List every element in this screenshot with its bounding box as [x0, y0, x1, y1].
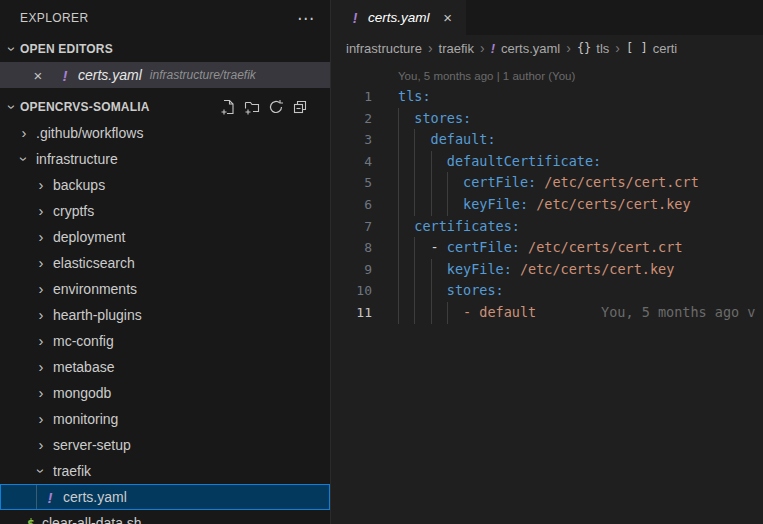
- code-token: /etc/certs/cert.crt: [544, 174, 698, 190]
- tree-item-label: .github/workflows: [36, 125, 143, 141]
- code-line-10[interactable]: 10 stores:: [331, 280, 763, 302]
- breadcrumb-label: tls: [596, 41, 609, 56]
- code-line-8[interactable]: 8 - certFile: /etc/certs/cert.crt: [331, 237, 763, 259]
- chevron-right-icon: ›: [428, 40, 433, 56]
- code-line-4[interactable]: 4 defaultCertificate:: [331, 151, 763, 173]
- code-line-7[interactable]: 7 certificates:: [331, 216, 763, 238]
- tree-item-label: clear-all-data.sh: [42, 515, 142, 524]
- chevron-right-icon[interactable]: ›: [33, 307, 49, 323]
- code-token: certificates:: [414, 218, 520, 234]
- chevron-right-icon[interactable]: ›: [33, 411, 49, 427]
- tree-item-label: environments: [53, 281, 137, 297]
- tab-certs-yaml[interactable]: ! certs.yaml ×: [331, 0, 466, 35]
- tree-item-label: infrastructure: [36, 151, 118, 167]
- open-editor-item[interactable]: × ! certs.yaml infrastructure/traefik: [0, 62, 330, 88]
- chevron-down-icon[interactable]: ›: [4, 99, 20, 115]
- chevron-right-icon[interactable]: ›: [33, 255, 49, 271]
- breadcrumb-label: certs.yaml: [501, 41, 560, 56]
- shell-file-icon: $: [24, 516, 38, 524]
- tree-item-clear-all-data-sh[interactable]: $clear-all-data.sh: [0, 510, 330, 524]
- chevron-right-icon[interactable]: ›: [33, 437, 49, 453]
- tree-item-mc-config[interactable]: ›mc-config: [0, 328, 330, 354]
- more-actions-icon[interactable]: ⋯: [297, 8, 316, 29]
- refresh-icon[interactable]: [268, 99, 284, 115]
- code-token: default:: [431, 131, 496, 147]
- tree-item-hearth-plugins[interactable]: ›hearth-plugins: [0, 302, 330, 328]
- code-token: stores:: [414, 110, 471, 126]
- tree-item-traefik[interactable]: ›traefik: [0, 458, 330, 484]
- tree-item-label: mc-config: [53, 333, 114, 349]
- indent-guides: [398, 129, 431, 151]
- breadcrumb-label: infrastructure: [346, 41, 422, 56]
- code-line-1[interactable]: 1tls:: [331, 86, 763, 108]
- tree-item-elasticsearch[interactable]: ›elasticsearch: [0, 250, 330, 276]
- open-editor-filename: certs.yaml: [78, 67, 142, 83]
- tree-item-server-setup[interactable]: ›server-setup: [0, 432, 330, 458]
- workspace-header[interactable]: › OPENCRVS-SOMALIA: [0, 93, 330, 120]
- tree-item-label: traefik: [53, 463, 91, 479]
- breadcrumb-label: certi: [653, 41, 678, 56]
- close-icon[interactable]: ×: [30, 67, 46, 84]
- tree-item-monitoring[interactable]: ›monitoring: [0, 406, 330, 432]
- code-line-2[interactable]: 2 stores:: [331, 108, 763, 130]
- code-editor[interactable]: You, 5 months ago | 1 author (You) 1tls:…: [331, 66, 763, 324]
- tree-item-label: deployment: [53, 229, 125, 245]
- close-icon[interactable]: ×: [440, 9, 456, 26]
- chevron-right-icon[interactable]: ›: [33, 281, 49, 297]
- code-token: certFile:: [463, 174, 536, 190]
- new-folder-icon[interactable]: [244, 99, 260, 115]
- editor-area: ! certs.yaml × infrastructure›traefik›!c…: [331, 0, 763, 524]
- code-line-11[interactable]: 11 - defaultYou, 5 months ago v: [331, 302, 763, 324]
- chevron-right-icon[interactable]: ›: [33, 203, 49, 219]
- tree-item-label: elasticsearch: [53, 255, 135, 271]
- code-token: [520, 239, 528, 255]
- line-number: 4: [331, 151, 372, 173]
- open-editor-path: infrastructure/traefik: [150, 68, 256, 82]
- breadcrumb-item-certs-yaml[interactable]: !certs.yaml: [491, 41, 561, 56]
- tree-item-metabase[interactable]: ›metabase: [0, 354, 330, 380]
- open-editors-header[interactable]: › OPEN EDITORS: [0, 36, 330, 62]
- tree-item-backups[interactable]: ›backups: [0, 172, 330, 198]
- tree-item-certs-yaml[interactable]: !certs.yaml: [0, 484, 330, 510]
- chevron-right-icon[interactable]: ›: [33, 229, 49, 245]
- tree-item-infrastructure[interactable]: ›infrastructure: [0, 146, 330, 172]
- breadcrumb-item-tls[interactable]: {}tls: [577, 41, 609, 56]
- code-line-9[interactable]: 9 keyFile: /etc/certs/cert.key: [331, 259, 763, 281]
- new-file-icon[interactable]: [220, 99, 236, 115]
- tree-item-cryptfs[interactable]: ›cryptfs: [0, 198, 330, 224]
- code-line-3[interactable]: 3 default:: [331, 129, 763, 151]
- tree-item-deployment[interactable]: ›deployment: [0, 224, 330, 250]
- collapse-all-icon[interactable]: [292, 99, 308, 115]
- indent-guides: [398, 259, 447, 281]
- breadcrumb-item-infrastructure[interactable]: infrastructure: [346, 41, 422, 56]
- chevron-down-icon[interactable]: ›: [33, 463, 49, 479]
- code-token: defaultCertificate:: [447, 153, 601, 169]
- chevron-right-icon[interactable]: ›: [33, 385, 49, 401]
- line-number: 1: [331, 86, 372, 108]
- gitlens-file-annotation: You, 5 months ago | 1 author (You): [331, 66, 763, 86]
- chevron-right-icon: ›: [615, 40, 620, 56]
- workspace-name: OPENCRVS-SOMALIA: [20, 100, 150, 114]
- yaml-file-icon: !: [348, 10, 362, 26]
- code-token: certFile:: [447, 239, 520, 255]
- chevron-right-icon[interactable]: ›: [33, 359, 49, 375]
- tree-item-mongodb[interactable]: ›mongodb: [0, 380, 330, 406]
- tree-item-label: metabase: [53, 359, 114, 375]
- breadcrumb: infrastructure›traefik›!certs.yaml›{}tls…: [331, 35, 763, 61]
- tree-item-environments[interactable]: ›environments: [0, 276, 330, 302]
- line-number: 2: [331, 108, 372, 130]
- tab-bar: ! certs.yaml ×: [331, 0, 763, 35]
- breadcrumb-item-certi[interactable]: [ ]certi: [626, 41, 677, 56]
- chevron-right-icon[interactable]: ›: [33, 333, 49, 349]
- breadcrumb-item-traefik[interactable]: traefik: [439, 41, 474, 56]
- chevron-right-icon[interactable]: ›: [16, 125, 32, 141]
- chevron-down-icon[interactable]: ›: [16, 151, 32, 167]
- code-line-6[interactable]: 6 keyFile: /etc/certs/cert.key: [331, 194, 763, 216]
- chevron-down-icon[interactable]: ›: [4, 41, 20, 57]
- tree-item-label: backups: [53, 177, 105, 193]
- breadcrumb-label: traefik: [439, 41, 474, 56]
- code-token: tls:: [398, 88, 431, 104]
- tree-item-github-workflows[interactable]: ›.github/workflows: [0, 120, 330, 146]
- code-line-5[interactable]: 5 certFile: /etc/certs/cert.crt: [331, 172, 763, 194]
- chevron-right-icon[interactable]: ›: [33, 177, 49, 193]
